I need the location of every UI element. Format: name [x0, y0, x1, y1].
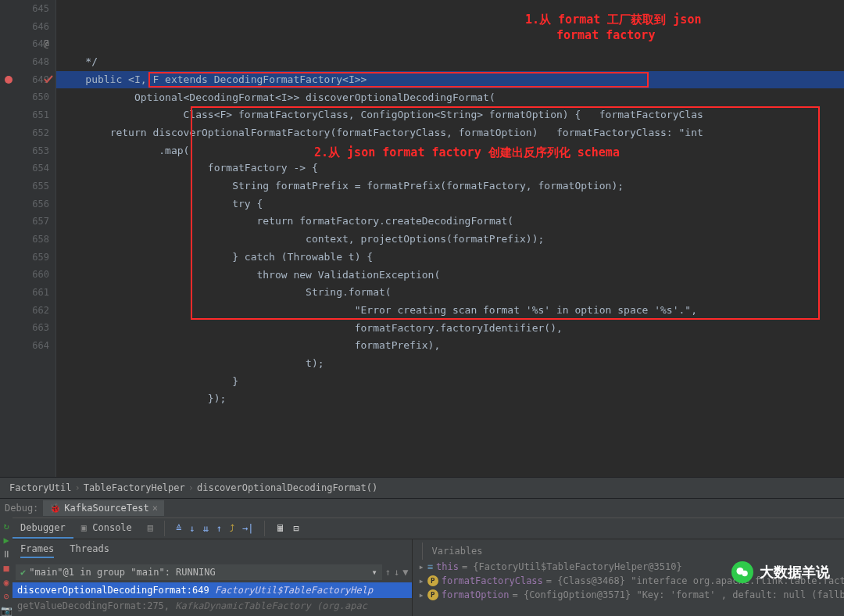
- chevron-down-icon: ▾: [372, 567, 377, 578]
- view-breakpoints-icon[interactable]: ◉: [0, 577, 13, 588]
- drop-frame-icon[interactable]: ⤴: [230, 523, 234, 534]
- watermark: 大数据羊说: [731, 561, 830, 583]
- annotation-box-2: [191, 106, 820, 319]
- rerun-icon[interactable]: ↻: [0, 521, 13, 532]
- bug-icon: 🐞: [49, 503, 61, 514]
- annotation-text-1b: format factory: [556, 27, 655, 45]
- frames-list[interactable]: discoverOptionalDecodingFormat:649 Facto…: [13, 582, 412, 616]
- variables-header: Variables: [427, 543, 488, 560]
- stop-icon[interactable]: ■: [0, 563, 13, 574]
- annotation-text-2: 2.从 json format factory 创建出反序列化 schema: [314, 144, 620, 162]
- debug-config-tab[interactable]: 🐞 KafkaSourceTest ×: [43, 500, 164, 516]
- next-frame-icon[interactable]: ↓: [394, 567, 399, 578]
- debug-label: Debug:: [5, 503, 38, 514]
- gutter: 645646647@648649650651652653654655656657…: [0, 0, 56, 477]
- debug-toolbar: Debugger ▣ Console ▤ ≙ ↓ ⇊ ↑ ⤴ →| 🖩 ⊟: [13, 518, 844, 539]
- filter-icon[interactable]: ▼: [402, 567, 408, 578]
- trace-icon[interactable]: ⊟: [293, 523, 299, 534]
- thread-dropdown[interactable]: ✔ "main"@1 in group "main": RUNNING ▾: [16, 564, 382, 580]
- prev-frame-icon[interactable]: ↑: [385, 567, 391, 578]
- mute-breakpoints-icon[interactable]: ⊘: [0, 591, 13, 602]
- wechat-icon: [731, 561, 753, 583]
- close-icon[interactable]: ×: [152, 503, 158, 514]
- console-tab[interactable]: ▣ Console: [73, 518, 140, 539]
- step-over-icon[interactable]: ≙: [176, 523, 181, 534]
- step-into-icon[interactable]: ↓: [189, 523, 195, 534]
- svg-point-1: [742, 571, 748, 577]
- annotation-text-1: 1.从 format 工厂获取到 json: [525, 11, 701, 29]
- more-tab[interactable]: ▤: [140, 518, 161, 539]
- stack-frame[interactable]: discoverOptionalDecodingFormat:649 Facto…: [13, 582, 412, 598]
- check-icon: ✔: [20, 567, 26, 578]
- code-area[interactable]: */ public <I, F extends DecodingFormatFa…: [56, 0, 844, 477]
- debug-side-toolbar: ↻ ▶ ⏸ ■ ◉ ⊘ 📷 ⋯: [0, 518, 13, 616]
- variable-row[interactable]: ▸P formatOption = {ConfigOption@3571} "K…: [416, 588, 844, 602]
- step-out-icon[interactable]: ↑: [216, 523, 222, 534]
- evaluate-icon[interactable]: 🖩: [276, 523, 285, 534]
- frames-tab[interactable]: Frames: [20, 543, 54, 558]
- debugger-tab[interactable]: Debugger: [13, 518, 73, 539]
- stack-frame[interactable]: getValueDecodingFormat:275, KafkaDynamic…: [13, 598, 412, 614]
- frames-panel: Frames Threads ✔ "main"@1 in group "main…: [13, 539, 413, 616]
- resume-icon[interactable]: ▶: [0, 535, 13, 546]
- annotation-box-1: [148, 72, 649, 88]
- threads-tab[interactable]: Threads: [70, 543, 109, 558]
- force-step-into-icon[interactable]: ⇊: [203, 523, 209, 534]
- run-to-cursor-icon[interactable]: →|: [242, 523, 253, 534]
- camera-icon[interactable]: 📷: [0, 605, 13, 616]
- pause-icon[interactable]: ⏸: [0, 549, 13, 560]
- debug-header: Debug: 🐞 KafkaSourceTest ×: [0, 498, 844, 518]
- breadcrumb[interactable]: FactoryUtil›TableFactoryHelper›discoverO…: [0, 477, 844, 498]
